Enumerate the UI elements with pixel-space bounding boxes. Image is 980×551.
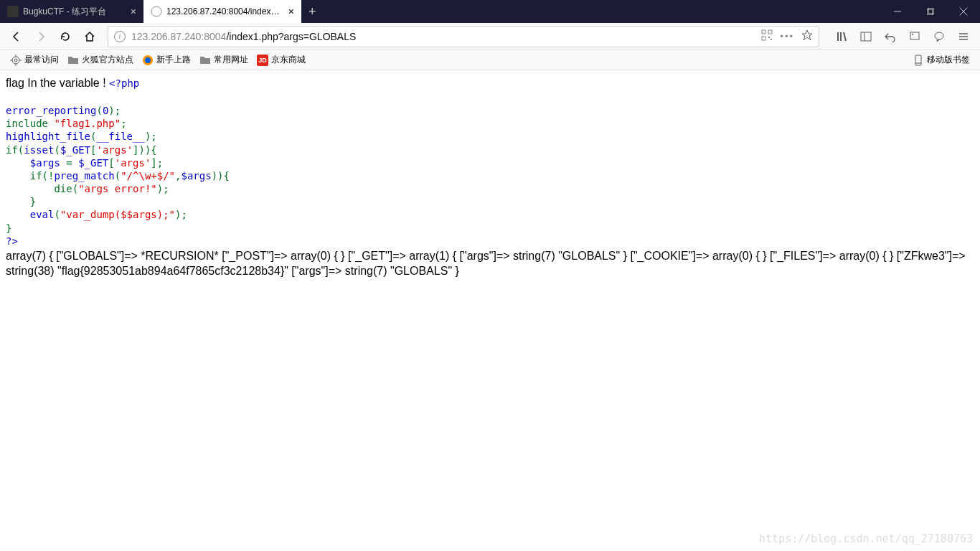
- tab-favicon: [7, 6, 19, 17]
- var-dump-output: array(7) { ["GLOBALS"]=> *RECURSION* ["_…: [6, 249, 974, 279]
- svg-point-1: [151, 6, 161, 17]
- bookmark-firefox-official[interactable]: 火狐官方站点: [63, 54, 138, 66]
- jd-icon: JD: [257, 55, 268, 66]
- php-source: error_reporting(0); include "flag1.php";…: [6, 91, 974, 248]
- undo-icon[interactable]: [880, 26, 901, 47]
- bookmark-label: 移动版书签: [927, 54, 970, 66]
- svg-rect-15: [861, 32, 871, 41]
- page-heading: flag In the variable ! <?php: [6, 77, 139, 89]
- page-actions-icon[interactable]: •••: [780, 31, 794, 42]
- url-path: /index1.php?args=GLOBALS: [226, 31, 356, 42]
- bookmark-most-visited[interactable]: 最常访问: [6, 54, 63, 66]
- svg-point-18: [912, 34, 913, 35]
- bookmark-label: 新手上路: [156, 54, 191, 66]
- svg-rect-8: [768, 30, 772, 34]
- svg-rect-4: [928, 8, 934, 14]
- url-host: 123.206.87.240: [131, 31, 201, 42]
- svg-point-30: [145, 57, 151, 63]
- bookmark-common-sites[interactable]: 常用网址: [195, 54, 253, 66]
- tab-favicon: [151, 6, 162, 17]
- url-text: 123.206.87.240:8004/index1.php?args=GLOB…: [131, 31, 761, 42]
- svg-point-23: [12, 57, 19, 64]
- svg-rect-0: [7, 6, 19, 17]
- heading-text: flag In the variable !: [6, 77, 109, 89]
- maximize-button[interactable]: [914, 0, 947, 23]
- back-button[interactable]: [6, 26, 27, 47]
- right-toolbar: [831, 26, 974, 47]
- bookmark-label: 常用网址: [214, 54, 248, 66]
- tab-current[interactable]: 123.206.87.240:8004/index1.php ×: [143, 0, 301, 23]
- titlebar: BugkuCTF - 练习平台 × 123.206.87.240:8004/in…: [0, 0, 980, 23]
- tab-title: 123.206.87.240:8004/index1.php: [166, 6, 283, 17]
- bookmark-label: 最常访问: [24, 54, 59, 66]
- bookmark-jd[interactable]: JD 京东商城: [253, 54, 310, 66]
- chat-icon[interactable]: [928, 26, 950, 47]
- svg-rect-31: [915, 55, 921, 65]
- bookmark-mobile[interactable]: 移动版书签: [908, 54, 974, 66]
- toolbar: i 123.206.87.240:8004/index1.php?args=GL…: [0, 23, 980, 50]
- svg-rect-11: [771, 39, 772, 40]
- bookmark-star-icon[interactable]: [801, 29, 813, 43]
- qr-icon[interactable]: [761, 29, 773, 43]
- svg-rect-17: [910, 32, 919, 39]
- bookmark-getting-started[interactable]: 新手上路: [138, 54, 195, 66]
- forward-button[interactable]: [30, 26, 52, 47]
- bookmarks-bar: 最常访问 火狐官方站点 新手上路 常用网址 JD 京东商城 移动版书签: [0, 50, 980, 70]
- sidebar-icon[interactable]: [855, 26, 877, 47]
- library-icon[interactable]: [831, 26, 852, 47]
- pin-icon[interactable]: [904, 26, 925, 47]
- urlbar-actions: •••: [761, 29, 813, 43]
- bookmark-label: 京东商城: [271, 54, 306, 66]
- tab-title: BugkuCTF - 练习平台: [23, 6, 125, 18]
- page-content: flag In the variable ! <?php error_repor…: [0, 70, 980, 285]
- firefox-icon: [142, 55, 154, 66]
- svg-line-14: [844, 32, 846, 41]
- svg-point-24: [14, 59, 17, 62]
- new-tab-button[interactable]: +: [301, 0, 324, 23]
- home-button[interactable]: [79, 26, 100, 47]
- reload-button[interactable]: [55, 26, 76, 47]
- url-port: :8004: [201, 31, 226, 42]
- bookmark-label: 火狐官方站点: [82, 54, 133, 66]
- close-icon[interactable]: ×: [288, 6, 294, 17]
- svg-rect-3: [927, 9, 933, 15]
- window-controls: [881, 0, 980, 23]
- tab-bugku[interactable]: BugkuCTF - 练习平台 ×: [0, 0, 143, 23]
- svg-point-19: [935, 32, 943, 39]
- watermark: https://blog.csdn.net/qq_27180763: [759, 532, 973, 545]
- close-icon[interactable]: ×: [131, 6, 136, 17]
- close-window-button[interactable]: [947, 0, 980, 23]
- svg-rect-10: [768, 37, 770, 38]
- svg-rect-7: [762, 30, 765, 34]
- site-info-icon[interactable]: i: [114, 31, 126, 42]
- menu-icon[interactable]: [953, 26, 974, 47]
- php-open-tag: <?php: [109, 77, 139, 89]
- minimize-button[interactable]: [881, 0, 914, 23]
- url-bar[interactable]: i 123.206.87.240:8004/index1.php?args=GL…: [108, 26, 819, 47]
- svg-rect-9: [762, 37, 765, 40]
